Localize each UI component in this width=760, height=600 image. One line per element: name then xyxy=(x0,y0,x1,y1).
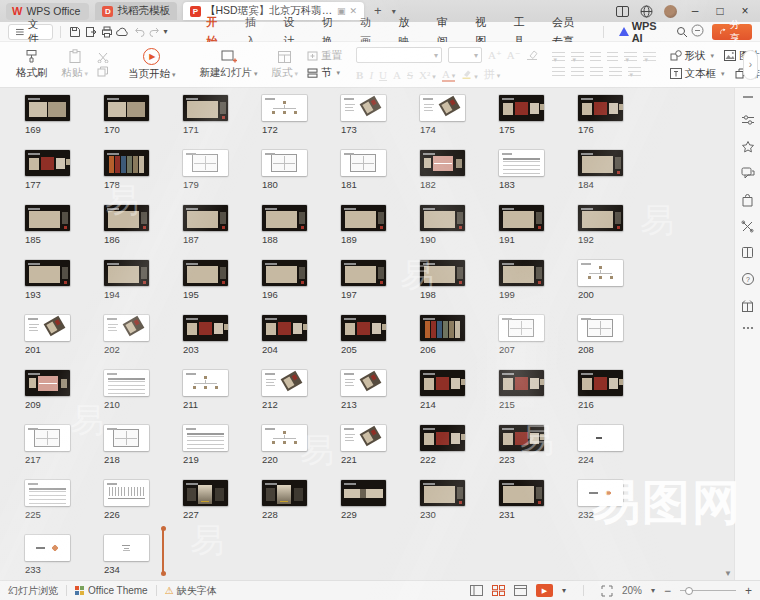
slide-thumbnail-174[interactable] xyxy=(420,95,465,121)
slide-thumbnail-227[interactable] xyxy=(183,480,228,506)
file-menu-button[interactable]: 文件 xyxy=(8,24,53,40)
numbered-list-icon[interactable] xyxy=(571,52,584,62)
pinyin-guide-icon[interactable]: 拼 xyxy=(484,67,501,82)
toolbar-expand-button[interactable]: › xyxy=(743,50,758,80)
align-left-icon[interactable] xyxy=(552,67,565,77)
slide-thumbnail-188[interactable] xyxy=(262,205,307,231)
slide-thumbnail-211[interactable] xyxy=(183,370,228,396)
slide-thumbnail-223[interactable] xyxy=(499,425,544,451)
slide-thumbnail-209[interactable] xyxy=(25,370,70,396)
settings-sliders-icon[interactable] xyxy=(741,113,755,127)
zoom-level[interactable]: 20% xyxy=(622,585,642,596)
play-from-current-button[interactable]: ▶ 当页开始 xyxy=(123,48,181,81)
shapes-button[interactable]: 形状 xyxy=(670,49,715,63)
slide-thumbnail-220[interactable] xyxy=(262,425,307,451)
theme-name[interactable]: Office Theme xyxy=(88,585,148,596)
slide-thumbnail-179[interactable] xyxy=(183,150,228,176)
slide-thumbnail-178[interactable] xyxy=(104,150,149,176)
font-size-select[interactable]: ▾ xyxy=(448,47,482,63)
quick-access-dropdown-icon[interactable]: ▾ xyxy=(163,27,167,36)
slide-thumbnail-230[interactable] xyxy=(420,480,465,506)
save-icon[interactable] xyxy=(68,25,82,38)
slide-thumbnail-232[interactable] xyxy=(578,480,623,506)
italic-icon[interactable]: I xyxy=(369,69,373,81)
font-family-select[interactable]: ▾ xyxy=(356,47,442,63)
highlight-color-icon[interactable] xyxy=(461,69,478,81)
align-right-icon[interactable] xyxy=(590,67,603,77)
slide-thumbnail-222[interactable] xyxy=(420,425,465,451)
align-justify-icon[interactable] xyxy=(609,67,622,77)
decrease-font-icon[interactable]: A⁻ xyxy=(507,49,521,62)
split-view-icon[interactable] xyxy=(616,6,629,17)
help-icon[interactable]: ? xyxy=(741,272,755,286)
slide-thumbnail-214[interactable] xyxy=(420,370,465,396)
bold-icon[interactable]: B xyxy=(356,69,363,81)
slide-thumbnail-225[interactable] xyxy=(25,480,70,506)
slide-thumbnail-187[interactable] xyxy=(183,205,228,231)
slide-thumbnail-197[interactable] xyxy=(341,260,386,286)
tools-icon[interactable] xyxy=(741,220,754,233)
slide-thumbnail-226[interactable] xyxy=(104,480,149,506)
zoom-slider-knob[interactable] xyxy=(685,587,693,595)
paste-button[interactable]: 粘贴 xyxy=(57,49,94,80)
slide-thumbnail-195[interactable] xyxy=(183,260,228,286)
slide-sorter-view-icon[interactable] xyxy=(492,585,505,596)
reading-view-icon[interactable] xyxy=(514,585,527,596)
slide-thumbnail-171[interactable] xyxy=(183,95,228,121)
slide-thumbnail-203[interactable] xyxy=(183,315,228,341)
slide-thumbnail-192[interactable] xyxy=(578,205,623,231)
reset-slide-button[interactable]: 重置 xyxy=(307,49,342,63)
slide-thumbnail-205[interactable] xyxy=(341,315,386,341)
zoom-slider[interactable] xyxy=(680,590,736,591)
underline-icon[interactable]: U xyxy=(379,69,387,81)
slide-thumbnail-221[interactable] xyxy=(341,425,386,451)
clear-format-icon[interactable] xyxy=(526,49,538,62)
slide-thumbnail-224[interactable] xyxy=(578,425,623,451)
slide-thumbnail-210[interactable] xyxy=(104,370,149,396)
slide-thumbnail-218[interactable] xyxy=(104,425,149,451)
superscript-icon[interactable]: X² xyxy=(419,69,436,81)
slide-thumbnail-229[interactable] xyxy=(341,480,386,506)
slide-thumbnail-180[interactable] xyxy=(262,150,307,176)
line-spacing-icon[interactable] xyxy=(643,52,656,62)
export-icon[interactable] xyxy=(84,25,98,38)
slide-thumbnail-190[interactable] xyxy=(420,205,465,231)
slide-thumbnail-228[interactable] xyxy=(262,480,307,506)
template-store-icon[interactable] xyxy=(741,193,754,207)
slide-thumbnail-193[interactable] xyxy=(25,260,70,286)
slide-thumbnail-177[interactable] xyxy=(25,150,70,176)
slide-thumbnail-207[interactable] xyxy=(499,315,544,341)
more-options-icon[interactable] xyxy=(742,326,754,330)
slide-thumbnail-201[interactable] xyxy=(25,315,70,341)
zoom-dropdown-icon[interactable]: ▾ xyxy=(651,586,655,595)
tab-docer-templates[interactable]: D 找稻壳模板 xyxy=(95,2,177,20)
slide-thumbnail-170[interactable] xyxy=(104,95,149,121)
increase-font-icon[interactable]: A⁺ xyxy=(488,49,502,62)
slide-thumbnail-212[interactable] xyxy=(262,370,307,396)
fit-slide-icon[interactable] xyxy=(601,585,613,597)
redo-icon[interactable] xyxy=(148,25,162,38)
strikethrough-icon[interactable]: S xyxy=(407,69,413,81)
play-options-dropdown-icon[interactable]: ▾ xyxy=(562,586,566,595)
share-button[interactable]: 分享 xyxy=(712,24,752,40)
zoom-out-button[interactable]: − xyxy=(664,584,671,598)
favorites-star-icon[interactable] xyxy=(741,140,755,154)
slide-thumbnail-191[interactable] xyxy=(499,205,544,231)
format-painter-button[interactable]: 格式刷 xyxy=(11,49,53,80)
slide-thumbnail-183[interactable] xyxy=(499,150,544,176)
slide-thumbnail-169[interactable] xyxy=(25,95,70,121)
slide-layout-button[interactable]: 版式 xyxy=(267,50,304,80)
wps-home-button[interactable]: W WPS Office xyxy=(6,3,89,20)
member-gift-icon[interactable] xyxy=(741,299,754,313)
wps-ai-button[interactable]: WPS AI xyxy=(611,20,672,44)
slide-thumbnail-196[interactable] xyxy=(262,260,307,286)
text-direction-icon[interactable] xyxy=(624,52,637,62)
decrease-indent-icon[interactable] xyxy=(590,52,601,62)
slide-thumbnail-182[interactable] xyxy=(420,150,465,176)
font-color-icon[interactable]: A xyxy=(442,68,455,82)
view-mode-label[interactable]: 幻灯片浏览 xyxy=(8,584,58,598)
slide-thumbnail-198[interactable] xyxy=(420,260,465,286)
align-center-icon[interactable] xyxy=(571,67,584,77)
slide-thumbnail-217[interactable] xyxy=(25,425,70,451)
normal-view-icon[interactable] xyxy=(470,585,483,596)
